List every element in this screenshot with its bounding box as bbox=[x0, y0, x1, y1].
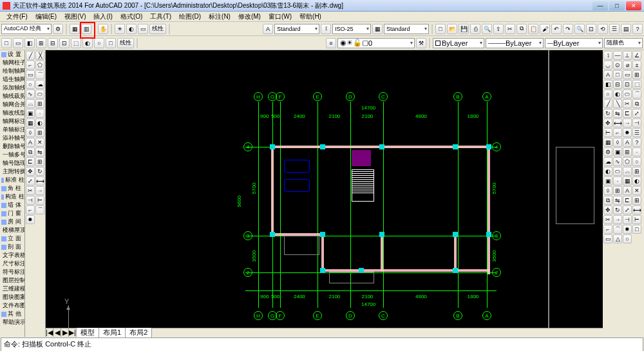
tree-item-5[interactable]: 轴线载剪 bbox=[0, 92, 24, 100]
tz-icon-2[interactable]: ▭ bbox=[13, 38, 23, 48]
drawing-canvas[interactable]: HHGGFFEEDDCCBBAA443322147001470090090050… bbox=[46, 50, 603, 328]
tree-item-22[interactable]: 立 面 bbox=[0, 234, 24, 243]
cut-icon[interactable]: ✂ bbox=[505, 24, 515, 34]
tz-icon-5[interactable]: ⊟ bbox=[48, 38, 58, 48]
pan-icon[interactable]: ✋ bbox=[98, 24, 108, 34]
tree-item-11[interactable]: 删除轴号 bbox=[0, 142, 24, 151]
right-tool-5[interactable]: ⊙ bbox=[613, 61, 622, 70]
right-tool-1[interactable]: — bbox=[613, 51, 622, 60]
designcenter-icon[interactable]: ▤ bbox=[621, 24, 631, 34]
array-icon[interactable]: ⊞ bbox=[35, 157, 44, 166]
copy2-icon[interactable]: ⧉ bbox=[26, 147, 35, 157]
print-icon[interactable]: ⎙ bbox=[470, 24, 480, 34]
tree-item-12[interactable]: 一轴多号 bbox=[0, 151, 24, 159]
right-tool-61[interactable]: ⇋ bbox=[613, 196, 622, 205]
tree-item-31[interactable]: 其 他 bbox=[0, 310, 24, 318]
right-tool-78[interactable]: ○ bbox=[623, 234, 632, 243]
right-tool-20[interactable]: ╱ bbox=[603, 99, 612, 108]
tz-icon-8[interactable]: ◐ bbox=[82, 38, 93, 48]
tree-item-9[interactable]: 单轴标注 bbox=[0, 126, 24, 134]
menu-file[interactable]: 文件(F) bbox=[3, 12, 32, 21]
menu-draw[interactable]: 绘图(D) bbox=[175, 12, 205, 21]
right-tool-32[interactable]: ⊢ bbox=[603, 128, 612, 137]
right-tool-13[interactable]: ⊟ bbox=[613, 80, 622, 89]
right-tool-77[interactable]: △ bbox=[613, 234, 622, 243]
right-tool-39[interactable]: ? bbox=[632, 138, 641, 147]
pline-icon[interactable]: ⌐ bbox=[26, 61, 35, 70]
right-tool-26[interactable]: ⊏ bbox=[623, 109, 632, 118]
publish-icon[interactable]: ⇪ bbox=[493, 24, 504, 34]
layer-manager-icon[interactable]: ≡ bbox=[326, 38, 336, 48]
tree-item-7[interactable]: 轴改线型 bbox=[0, 109, 24, 117]
rectangle-icon[interactable]: ▭ bbox=[26, 70, 35, 79]
right-tool-35[interactable]: ☰ bbox=[632, 128, 641, 137]
maximize-button[interactable]: □ bbox=[609, 1, 625, 10]
right-tool-14[interactable]: ⊡ bbox=[623, 80, 632, 89]
tree-item-21[interactable]: 楼梯屋顶 bbox=[0, 226, 24, 234]
tz-icon-4[interactable]: ⊞ bbox=[36, 38, 46, 48]
right-tool-60[interactable]: ⧉ bbox=[603, 196, 612, 205]
tree-item-16[interactable]: 角 柱 bbox=[0, 184, 24, 193]
right-tool-45[interactable]: ∿ bbox=[613, 157, 622, 166]
save-icon[interactable]: 💾 bbox=[459, 24, 469, 34]
menu-view[interactable]: 视图(V) bbox=[61, 12, 90, 21]
tree-item-6[interactable]: 轴网合并 bbox=[0, 100, 24, 109]
tz-icon-9[interactable]: ○ bbox=[94, 38, 104, 48]
right-tool-36[interactable]: ▦ bbox=[603, 138, 612, 147]
right-tool-0[interactable]: ⟟ bbox=[603, 51, 612, 60]
tree-item-15[interactable]: 标准 柱 bbox=[0, 176, 24, 184]
polygon-icon[interactable]: ⬠ bbox=[35, 61, 44, 70]
tz-icon-10[interactable]: □ bbox=[106, 38, 116, 48]
workspace-settings-icon[interactable]: ⚙ bbox=[53, 24, 63, 34]
tree-item-32[interactable]: 帮助演示 bbox=[0, 318, 24, 327]
right-tool-19[interactable]: ⌒ bbox=[632, 90, 641, 99]
mirror-icon[interactable]: ⇋ bbox=[35, 147, 44, 157]
fillet-icon[interactable]: ⌒ bbox=[35, 205, 44, 214]
minimize-button[interactable]: — bbox=[592, 1, 608, 10]
tree-item-14[interactable]: 主附转换 bbox=[0, 167, 24, 176]
tree-item-29[interactable]: 图块图案 bbox=[0, 293, 24, 301]
tree-item-27[interactable]: 图层控制 bbox=[0, 276, 24, 285]
textstyle-icon[interactable]: A bbox=[263, 24, 273, 34]
right-tool-69[interactable]: → bbox=[613, 215, 622, 224]
menu-edit[interactable]: 编辑(E) bbox=[32, 12, 61, 21]
join-icon[interactable]: ⊢ bbox=[35, 196, 44, 205]
right-tool-27[interactable]: ⤢ bbox=[632, 109, 641, 118]
tree-item-28[interactable]: 三维建模 bbox=[0, 285, 24, 293]
move-icon[interactable]: ✥ bbox=[26, 167, 35, 176]
tab-nav-next[interactable]: ▶ bbox=[61, 328, 69, 337]
chamfer-icon[interactable]: ⌐ bbox=[26, 205, 35, 214]
right-tool-58[interactable]: A bbox=[623, 186, 632, 195]
region-icon[interactable]: ◊ bbox=[26, 128, 35, 137]
right-tool-65[interactable]: ↻ bbox=[613, 205, 622, 214]
tab-layout1[interactable]: 布局1 bbox=[99, 328, 126, 337]
tree-item-10[interactable]: 添补轴号 bbox=[0, 134, 24, 142]
right-tool-17[interactable]: ◐ bbox=[613, 90, 622, 99]
tab-nav-last[interactable]: ▶| bbox=[69, 328, 77, 337]
tree-item-4[interactable]: 添加轴线 bbox=[0, 84, 24, 92]
circle-icon[interactable]: ○ bbox=[26, 80, 35, 89]
tz-icon-3[interactable]: ◧ bbox=[24, 38, 35, 48]
right-tool-28[interactable]: ✥ bbox=[603, 119, 612, 128]
right-tool-51[interactable]: ⊞ bbox=[632, 167, 641, 176]
right-tool-10[interactable]: ▭ bbox=[623, 70, 632, 79]
right-tool-43[interactable]: · bbox=[632, 147, 641, 157]
tree-item-0[interactable]: 设 置 bbox=[0, 50, 24, 59]
line-icon[interactable]: ╱ bbox=[26, 51, 35, 60]
right-tool-75[interactable]: □ bbox=[632, 225, 641, 234]
render-icon[interactable]: ◐ bbox=[126, 24, 137, 34]
menu-insert[interactable]: 插入(I) bbox=[90, 12, 116, 21]
right-tool-44[interactable]: ☁ bbox=[603, 157, 612, 166]
stretch-icon[interactable]: ⟷ bbox=[35, 176, 44, 185]
help-icon[interactable]: ? bbox=[632, 24, 643, 34]
right-tool-34[interactable]: ✸ bbox=[623, 128, 632, 137]
lineweight-dropdown[interactable]: — ByLayer bbox=[545, 38, 603, 48]
hatch-icon[interactable]: ▦ bbox=[26, 119, 35, 128]
right-tool-54[interactable]: ▦ bbox=[623, 176, 632, 185]
right-tool-22[interactable]: ✂ bbox=[623, 99, 632, 108]
copy-icon[interactable]: ⧉ bbox=[516, 24, 527, 34]
right-tool-59[interactable]: ✕ bbox=[632, 186, 641, 195]
right-tool-48[interactable]: ◐ bbox=[603, 167, 612, 176]
right-tool-24[interactable]: ↻ bbox=[603, 109, 612, 118]
explode-icon[interactable]: ✸ bbox=[26, 215, 35, 224]
